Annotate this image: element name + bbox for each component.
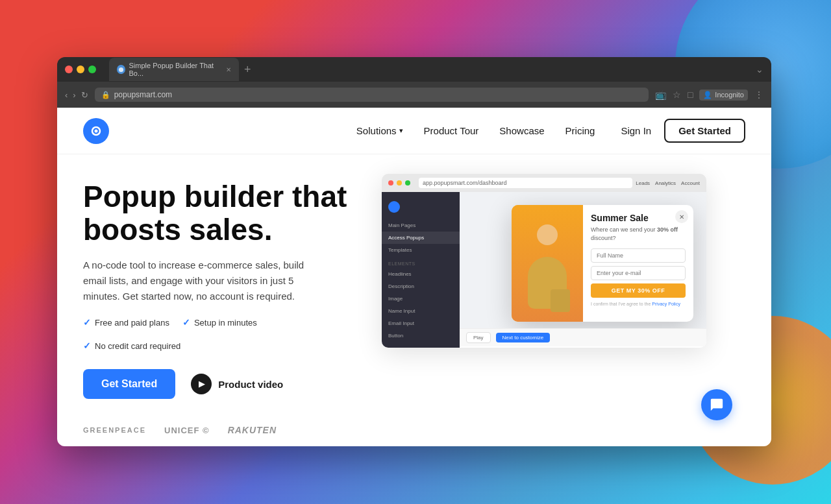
popup-description: Where can we send your 30% off discount?: [591, 226, 686, 242]
demo-play-button[interactable]: Play: [466, 332, 491, 343]
checkmark-icon-2: ✓: [182, 317, 190, 328]
incognito-badge: 👤 Incognito: [699, 90, 748, 101]
product-video-button[interactable]: ▶ Product video: [191, 374, 283, 394]
demo-sidebar-image[interactable]: Image: [382, 293, 460, 305]
hero-subtext: A no-code tool to increase e-commerce sa…: [83, 258, 330, 304]
title-bar-controls: ⌄: [756, 64, 763, 75]
demo-sidebar-description[interactable]: Description: [382, 280, 460, 293]
brand-rakuten: Rakuten: [228, 425, 277, 435]
profile-label: Incognito: [715, 91, 744, 99]
nav-actions: Sign In Get Started: [621, 119, 745, 143]
demo-sidebar-email-input[interactable]: Email Input: [382, 317, 460, 330]
logo-area[interactable]: [83, 118, 109, 144]
close-window-button[interactable]: [65, 66, 73, 73]
new-tab-button[interactable]: +: [244, 63, 251, 77]
nav-solutions[interactable]: Solutions ▾: [356, 125, 403, 136]
popup-legal-text: I confirm that I've agree to the Privacy…: [591, 301, 686, 307]
nav-product-tour[interactable]: Product Tour: [424, 125, 479, 136]
tab-favicon: [117, 65, 125, 74]
brand-greenpeace: GREENPEACE: [83, 426, 146, 434]
check-label-1: Free and paid plans: [95, 318, 169, 328]
demo-sidebar-templates[interactable]: Templates: [382, 244, 460, 256]
check-label-2: Setup in minutes: [194, 318, 257, 328]
demo-sidebar-section: Elements: [382, 256, 460, 268]
demo-sidebar: Main Pages Access Popups Templates Eleme…: [382, 192, 460, 348]
menu-icon[interactable]: ⋮: [754, 90, 763, 100]
url-bar[interactable]: 🔒 popupsmart.com: [95, 88, 649, 102]
demo-urlbar: app.popupsmart.com/dashboard: [419, 178, 632, 188]
nav-pricing[interactable]: Pricing: [565, 125, 595, 136]
product-video-label: Product video: [218, 379, 283, 390]
demo-sidebar-main-pages[interactable]: Main Pages: [382, 219, 460, 232]
popup-cta-button[interactable]: GET MY 30% OFF: [591, 283, 686, 298]
tab-bar: Simple Popup Builder That Bo... ✕ +: [109, 58, 750, 81]
popup-email-input[interactable]: [591, 266, 686, 280]
popup-person-figure: [512, 205, 583, 322]
play-icon: ▶: [191, 374, 212, 394]
ssl-lock-icon: 🔒: [101, 91, 110, 99]
refresh-button[interactable]: ↻: [81, 90, 88, 100]
demo-nav-icons: Leads Analytics Account: [636, 180, 700, 186]
popup-title: Summer Sale: [591, 213, 686, 223]
popup-fullname-input[interactable]: [591, 248, 686, 263]
privacy-policy-link[interactable]: Privacy Policy: [652, 302, 680, 306]
active-tab[interactable]: Simple Popup Builder That Bo... ✕: [109, 58, 239, 81]
minimize-window-button[interactable]: [77, 66, 84, 73]
demo-url-text: app.popupsmart.com/dashboard: [423, 180, 507, 186]
demo-sidebar-headlines[interactable]: Headlines: [382, 268, 460, 280]
person-head: [537, 224, 558, 245]
demo-analytics: Analytics: [655, 180, 676, 186]
demo-body: Main Pages Access Popups Templates Eleme…: [382, 192, 706, 348]
tab-title: Simple Popup Builder That Bo...: [129, 62, 220, 77]
nav-links: Solutions ▾ Product Tour Showcase Pricin…: [356, 125, 595, 136]
demo-next-button[interactable]: Next to customize: [496, 333, 551, 342]
demo-sidebar-access-popups[interactable]: Access Popups: [382, 232, 460, 244]
svg-point-0: [119, 67, 123, 71]
nav-showcase[interactable]: Showcase: [499, 125, 544, 136]
hero-headline: Popup builder that boosts sales.: [83, 180, 356, 246]
demo-logo-row: [382, 197, 460, 217]
demo-popup: ✕: [512, 205, 693, 322]
address-bar: ‹ › ↻ 🔒 popupsmart.com 📺 ☆ □ 👤 Incognito…: [57, 82, 771, 108]
back-button[interactable]: ‹: [65, 90, 68, 100]
hero-demo: app.popupsmart.com/dashboard Leads Analy…: [382, 167, 745, 433]
nav-buttons: ‹ › ↻: [65, 90, 88, 100]
demo-logo: [388, 201, 400, 213]
demo-account: Account: [681, 180, 700, 186]
demo-bottom-bar: Play Next to customize: [460, 328, 706, 346]
popup-close-button[interactable]: ✕: [675, 210, 688, 223]
browser-titlebar: Simple Popup Builder That Bo... ✕ + ⌄: [57, 57, 771, 82]
popup-form: Summer Sale Where can we send your 30% o…: [583, 205, 693, 322]
navbar: Solutions ▾ Product Tour Showcase Pricin…: [57, 108, 771, 154]
sidebar-toggle-icon[interactable]: □: [688, 90, 693, 100]
demo-sidebar-button[interactable]: Button: [382, 330, 460, 342]
check-setup: ✓ Setup in minutes: [182, 317, 257, 328]
window-collapse-icon[interactable]: ⌄: [756, 64, 763, 75]
bookmark-icon[interactable]: ☆: [673, 90, 681, 100]
brand-unicef: unicef ©: [164, 426, 210, 435]
demo-minimize: [397, 180, 402, 186]
cta-row: Get Started ▶ Product video: [83, 369, 356, 399]
chat-widget-button[interactable]: [701, 389, 732, 420]
demo-browser: app.popupsmart.com/dashboard Leads Analy…: [382, 174, 706, 348]
logo: [83, 118, 109, 144]
url-text: popupsmart.com: [114, 90, 172, 99]
feature-checks: ✓ Free and paid plans ✓ Setup in minutes…: [83, 317, 356, 351]
checkmark-icon-1: ✓: [83, 317, 91, 328]
checkmark-icon-3: ✓: [83, 341, 91, 351]
check-free-paid: ✓ Free and paid plans: [83, 317, 169, 328]
person-bag: [551, 289, 570, 312]
svg-point-3: [95, 129, 98, 132]
demo-sidebar-name-input[interactable]: Name Input: [382, 305, 460, 317]
sign-in-button[interactable]: Sign In: [621, 125, 651, 136]
cast-icon[interactable]: 📺: [655, 90, 666, 100]
get-started-hero-button[interactable]: Get Started: [83, 369, 175, 399]
forward-button[interactable]: ›: [73, 90, 75, 100]
demo-leads: Leads: [636, 180, 650, 186]
tab-close-button[interactable]: ✕: [226, 66, 231, 73]
hero-text: Popup builder that boosts sales. A no-co…: [83, 167, 356, 433]
address-bar-actions: 📺 ☆ □ 👤 Incognito ⋮: [655, 90, 763, 101]
check-label-3: No credit card required: [95, 341, 180, 351]
maximize-window-button[interactable]: [88, 66, 96, 73]
get-started-nav-button[interactable]: Get Started: [664, 119, 745, 143]
